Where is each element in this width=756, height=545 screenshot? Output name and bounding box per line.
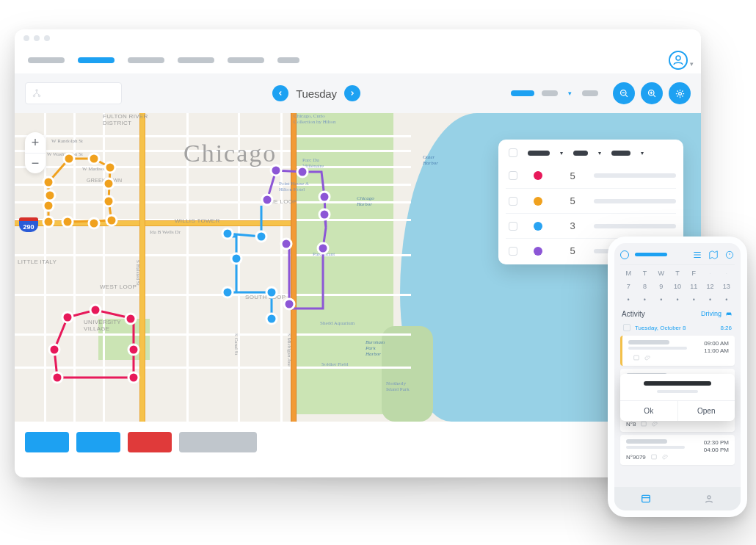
dialog-open-button[interactable]: Open [677,401,735,421]
svg-point-41 [727,314,727,315]
action-primary-button[interactable] [76,432,120,452]
driving-label: Driving [701,309,733,318]
tab-profile[interactable] [677,487,741,510]
dialog-ok-button[interactable]: Ok [620,401,677,421]
svg-point-42 [730,314,730,315]
settings-button[interactable] [669,82,691,104]
prev-day-button[interactable] [272,85,288,101]
route-map[interactable]: 290 Chicago FULTON RIVER DISTRICT LITTLE… [15,113,701,422]
nav-item[interactable] [178,57,214,63]
zoom-out-icon [619,88,630,99]
label-soldier: Soldier Field [321,361,348,367]
checkbox[interactable] [509,197,517,206]
label-university-village: UNIVERSITY VILLAGE [84,319,121,332]
item-id: N°9079 [626,454,646,461]
svg-point-27 [256,231,266,242]
list-icon[interactable] [692,250,702,260]
view-pill-active[interactable] [511,90,534,96]
label-west-loop: WEST LOOP [100,284,137,290]
route-stop-count: 5 [564,170,581,181]
label-michigan: S Michigan Ave [286,333,292,367]
map-zoom-control: + − [25,132,46,173]
label-hilton: Chicago, Curio Collection by Hilton [294,113,336,125]
checkbox[interactable] [509,247,517,256]
svg-point-25 [128,372,139,383]
week-date-row[interactable]: 78910111213 [620,278,735,292]
gear-icon [675,88,686,99]
label-south-loop: SOUTH LOOP [245,294,286,300]
schedule-item[interactable]: 09:00 AM11:00 AM [620,336,735,366]
chevron-down-icon: ▾ [568,90,572,97]
toolbar: Tuesday ▾ [15,73,701,113]
legend-row[interactable]: 5 [506,163,676,188]
top-nav: ▾ [15,47,701,73]
schedule-item[interactable]: 02:30 PM04:00 PMN°9079 [620,435,735,465]
label-outer-harbor: Outer Harbor [423,154,438,166]
zoom-in-icon [647,88,658,99]
label-parc-grant: Parc Grant [313,251,335,257]
action-secondary-button[interactable] [179,432,257,452]
label-madison: W Madison St [82,166,112,172]
nav-item-active[interactable] [78,57,115,63]
dialog-title [644,381,711,386]
view-pill[interactable] [542,90,558,96]
svg-point-3 [38,95,40,96]
view-switcher[interactable]: ▾ [511,90,598,97]
label-fulton: FULTON RIVER DISTRICT [103,113,148,126]
svg-point-2 [33,95,34,96]
nav-item[interactable] [228,57,264,63]
subheader-date: Tuesday, October 8 [635,325,686,331]
checkbox[interactable] [509,222,517,231]
item-id: N°8 [626,421,636,427]
user-icon[interactable] [620,250,629,259]
view-pill[interactable] [582,90,598,96]
svg-point-8 [89,154,99,164]
nav-item[interactable] [128,57,164,63]
zoom-in-button[interactable]: + [25,132,46,153]
label-little-italy: LITTLE ITALY [18,259,57,265]
tab-schedule[interactable] [614,487,677,510]
action-primary-button[interactable] [25,432,69,452]
label-randolph: W Randolph St [51,138,83,144]
label-canal: S Canal St [233,333,239,355]
checkbox-icon[interactable] [623,324,630,331]
zoom-out-button[interactable]: − [25,153,46,173]
route-color-dot [534,222,542,231]
checkbox[interactable] [509,171,517,180]
week-dot-row: ••••••• [620,292,735,305]
svg-point-21 [62,312,73,322]
search-input[interactable] [25,82,122,104]
label-greektown: GREEKTOWN [87,178,122,183]
car-icon [724,309,733,318]
legend-row[interactable]: 3 [506,213,676,238]
svg-point-6 [678,92,681,95]
status-icon[interactable] [724,250,735,260]
zoom-out-button[interactable] [613,82,635,104]
label-halsted: S Halsted St [135,260,141,286]
label-point-house: Point House A Hilton Hotel [279,181,309,192]
user-avatar[interactable]: ▾ [669,51,688,70]
svg-point-31 [266,314,277,324]
route-color-dot [534,197,542,206]
window-dot [23,35,29,41]
label-the-loop: THE LOOP [266,198,297,205]
placeholder-bar [594,199,676,203]
route-stop-count: 5 [564,245,581,256]
svg-point-37 [281,239,291,249]
next-day-button[interactable] [344,85,360,101]
mobile-preview: MTWTF·· 78910111213 ••••••• Activity Dri… [608,237,747,517]
zoom-in-button[interactable] [641,82,663,104]
label-parc-millenaire: Parc Du Millénaire [302,157,324,169]
route-color-dot [534,171,542,180]
svg-point-1 [36,90,37,91]
nav-item[interactable] [277,57,299,63]
map-icon[interactable] [708,250,719,260]
label-washington: W Washington St [47,151,83,157]
legend-row[interactable]: 5 [506,188,676,213]
svg-point-18 [45,190,55,201]
label-burnham: Burnham Park Harbor [366,339,385,357]
action-danger-button[interactable] [128,432,172,452]
nav-item[interactable] [28,57,65,63]
action-bar [15,422,701,463]
city-label: Chicago [183,140,277,167]
